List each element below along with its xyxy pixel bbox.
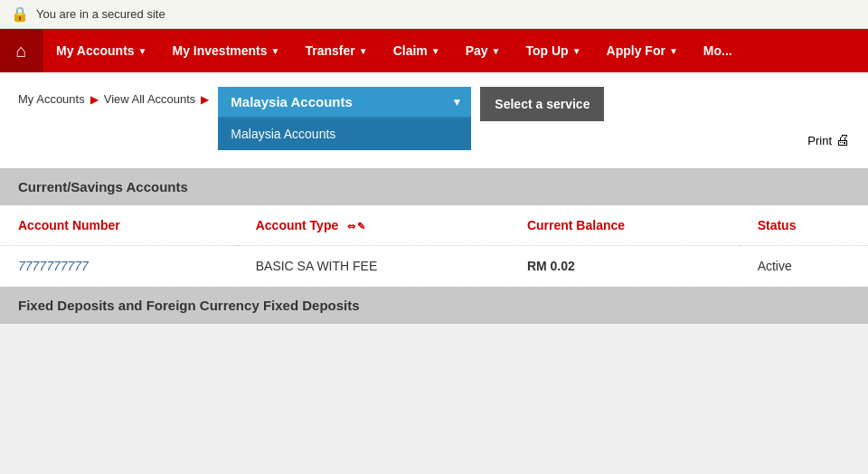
chevron-down-icon: ▼ [138, 46, 147, 56]
dropdown-option-malaysia-accounts[interactable]: Malaysia Accounts [218, 118, 471, 150]
breadcrumb-view-all-accounts[interactable]: View All Accounts [104, 92, 196, 106]
nav-pay-label: Pay [466, 43, 488, 58]
table-header-row: Account Number Account Type ⇔ ✎ Current … [0, 205, 868, 246]
print-label: Print [807, 134, 832, 147]
col-status: Status [740, 205, 868, 246]
nav-top-up-label: Top Up [525, 43, 568, 58]
nav-claim[interactable]: Claim ▼ [381, 29, 453, 72]
chevron-down-icon: ▼ [669, 46, 678, 56]
nav-apply-for[interactable]: Apply For ▼ [594, 29, 691, 72]
account-type-cell: BASIC SA WITH FEE [238, 246, 509, 287]
edit-pencil-icon: ✎ [357, 221, 365, 232]
chevron-down-icon: ▼ [451, 96, 462, 109]
nav-top-up[interactable]: Top Up ▼ [513, 29, 593, 72]
home-icon: ⌂ [15, 41, 26, 62]
nav-transfer[interactable]: Transfer ▼ [292, 29, 380, 72]
breadcrumb-sep-1: ▶ [90, 93, 99, 106]
nav-more-label: Mo... [703, 43, 732, 58]
breadcrumb-area: My Accounts ▶ View All Accounts ▶ Malays… [0, 72, 868, 121]
breadcrumb-my-accounts[interactable]: My Accounts [18, 92, 85, 106]
fixed-deposits-title: Fixed Deposits and Foreign Currency Fixe… [18, 298, 360, 313]
chevron-down-icon: ▼ [492, 46, 501, 56]
print-icon: 🖨 [835, 132, 850, 148]
account-type-dropdown-container: Malaysia Accounts ▼ Malaysia Accounts [218, 87, 471, 117]
nav-pay[interactable]: Pay ▼ [453, 29, 514, 72]
chevron-down-icon: ▼ [572, 46, 581, 56]
current-savings-title: Current/Savings Accounts [18, 179, 188, 194]
chevron-down-icon: ▼ [431, 46, 440, 56]
nav-my-accounts[interactable]: My Accounts ▼ [43, 29, 160, 72]
col-account-type: Account Type ⇔ ✎ [238, 205, 509, 246]
dropdown-selected-value: Malaysia Accounts [231, 94, 353, 109]
col-current-balance: Current Balance [509, 205, 740, 246]
select-service-label: Select a service [495, 97, 590, 111]
chevron-down-icon: ▼ [271, 46, 280, 56]
nav-my-investments-label: My Investments [173, 43, 268, 58]
security-bar: 🔒 You are in a secured site [0, 0, 868, 29]
col-account-number: Account Number [0, 205, 238, 246]
fixed-deposits-section-header: Fixed Deposits and Foreign Currency Fixe… [0, 287, 868, 324]
account-number-cell: 7777777777 [0, 246, 238, 287]
chevron-down-icon: ▼ [359, 46, 368, 56]
nav-apply-for-label: Apply For [607, 43, 665, 58]
print-button[interactable]: Print 🖨 [807, 132, 850, 148]
nav-my-accounts-label: My Accounts [56, 43, 135, 58]
breadcrumb-sep-2: ▶ [201, 93, 209, 106]
breadcrumb: My Accounts ▶ View All Accounts ▶ [18, 87, 211, 106]
lock-icon: 🔒 [11, 5, 29, 23]
nav-transfer-label: Transfer [305, 43, 354, 58]
nav-claim-label: Claim [393, 43, 428, 58]
select-service-button[interactable]: Select a service [480, 87, 604, 121]
table-row: 7777777777 BASIC SA WITH FEE RM 0.02 Act… [0, 246, 868, 287]
dropdown-menu: Malaysia Accounts [218, 117, 471, 150]
security-message: You are in a secured site [36, 7, 165, 21]
current-savings-section-header: Current/Savings Accounts [0, 168, 868, 205]
navbar: ⌂ My Accounts ▼ My Investments ▼ Transfe… [0, 29, 868, 72]
status-cell: Active [740, 246, 868, 287]
nav-my-investments[interactable]: My Investments ▼ [160, 29, 293, 72]
account-type-dropdown[interactable]: Malaysia Accounts ▼ [218, 87, 471, 117]
sort-left-icon: ⇔ [347, 221, 355, 232]
content-wrapper: My Accounts ▶ View All Accounts ▶ Malays… [0, 72, 868, 324]
sort-icons[interactable]: ⇔ ✎ [347, 221, 365, 232]
account-number-link[interactable]: 7777777777 [18, 259, 89, 273]
accounts-table: Account Number Account Type ⇔ ✎ Current … [0, 205, 868, 287]
nav-more[interactable]: Mo... [691, 29, 745, 72]
home-button[interactable]: ⌂ [0, 29, 43, 72]
current-balance-cell: RM 0.02 [509, 246, 740, 287]
